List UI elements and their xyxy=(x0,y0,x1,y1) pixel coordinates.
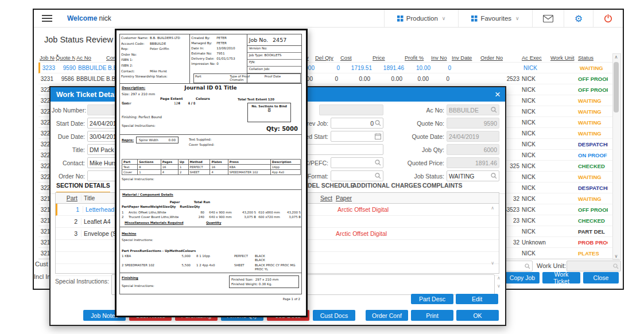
search-icon[interactable] xyxy=(375,173,381,179)
dialog-footer-button[interactable]: Order Conf xyxy=(366,310,408,321)
search-icon[interactable] xyxy=(375,120,381,126)
field-label: Start Date: xyxy=(52,120,85,127)
scroll-down-icon[interactable]: ∨ xyxy=(491,261,494,266)
dialog-tab[interactable]: DEL SCHEDULE xyxy=(308,182,354,192)
cell-status: OFF PROOF xyxy=(577,87,608,93)
field-label: Job Status: xyxy=(394,173,444,180)
dialog-tab[interactable]: ADDITIONAL CHARGES xyxy=(352,182,421,192)
field-label: Order No: xyxy=(52,173,85,180)
favourites-menu[interactable]: Favourites ∨ xyxy=(459,15,532,22)
doc-job-no: 2457 xyxy=(273,37,286,43)
scrollbar-thumb[interactable] xyxy=(614,62,619,112)
cell-status: PLATES xyxy=(577,250,608,257)
field-input[interactable] xyxy=(319,104,383,115)
scroll-down-icon[interactable]: ∨ xyxy=(613,254,619,259)
production-menu[interactable]: Production ∨ xyxy=(385,15,459,22)
cell-status: DESPATCHE xyxy=(577,185,608,191)
scroll-down-icon[interactable]: ∨ xyxy=(497,283,501,289)
menu-icon[interactable] xyxy=(42,13,52,24)
work-ticket-button[interactable]: Work Ticket xyxy=(542,272,580,283)
column-header[interactable]: Profit % xyxy=(404,55,430,61)
dialog-footer-button[interactable]: OK xyxy=(456,310,499,321)
calendar-icon[interactable] xyxy=(375,133,381,139)
cell-status: CHECKED xyxy=(577,218,608,224)
cell-status: WAITING xyxy=(577,108,608,115)
cell-status: PART DEL xyxy=(577,228,608,235)
cell-del-qty: 0 xyxy=(316,65,341,71)
cell-price: 0.00 xyxy=(371,76,404,82)
field-input[interactable]: BBBUILDE xyxy=(447,104,499,115)
copy-job-button[interactable]: Copy Job xyxy=(505,272,540,283)
screen: Welcomenick Production ∨ Favourites ∨ xyxy=(0,0,644,334)
production-label: Production xyxy=(406,15,438,22)
column-header[interactable]: Job No xyxy=(38,55,55,61)
field-input[interactable]: 24/04/2019 xyxy=(447,131,499,142)
part-desc-button[interactable]: Part Desc xyxy=(411,294,453,304)
search-icon[interactable] xyxy=(491,107,497,113)
scroll-up-icon[interactable]: ∧ xyxy=(613,55,619,60)
dialog-footer-button[interactable]: Print xyxy=(411,310,453,321)
search-icon[interactable] xyxy=(375,160,381,166)
chevron-down-icon: ∨ xyxy=(442,15,446,21)
cell-status: WAITING xyxy=(577,174,608,180)
table-scrollbar[interactable]: ∧ ∨ xyxy=(612,53,621,260)
dialog-tab[interactable]: COMPLAINTS xyxy=(422,182,462,192)
column-header[interactable]: Order No xyxy=(479,55,521,61)
cell-status: WAITING xyxy=(579,65,610,71)
cell-job-no: 3233 xyxy=(40,65,56,71)
welcome-label: Welcome xyxy=(67,14,97,22)
paper-column-header[interactable]: Paper xyxy=(332,195,499,201)
doc-material-section: Material / Component Details PartPaper N… xyxy=(120,190,301,227)
cell-status: WAITING xyxy=(577,196,608,202)
cell-ac-exec: NICK xyxy=(521,141,549,147)
cell-cost: 1719.51 xyxy=(341,65,373,71)
cell-ac-no: BBBUILDE xyxy=(75,76,105,82)
column-header[interactable]: Cost xyxy=(339,55,371,61)
cell-ac-exec: NICK xyxy=(521,207,549,213)
field-input[interactable]: 0 xyxy=(331,118,383,129)
column-header[interactable]: Work Unit xyxy=(549,55,577,61)
column-header[interactable]: Del Qty xyxy=(314,55,339,61)
cell-ac-exec: NICK xyxy=(521,174,549,180)
column-header[interactable]: Ac Exec xyxy=(521,55,549,61)
scroll-up-icon[interactable]: ∧ xyxy=(491,205,494,211)
cell-status: OFF PROOF xyxy=(577,207,608,213)
field-input[interactable]: 1891.46 xyxy=(447,157,499,168)
cell-status: CHECKED xyxy=(577,163,608,169)
customer-label-fragment: Cust xyxy=(35,261,48,267)
field-input[interactable] xyxy=(331,157,383,168)
close-button[interactable]: Close xyxy=(583,272,619,283)
field-input[interactable] xyxy=(331,170,383,181)
work-unit-input[interactable] xyxy=(567,261,621,271)
column-header[interactable]: Status xyxy=(577,55,608,61)
field-input[interactable]: 6000 xyxy=(447,144,499,155)
dialog-footer-button[interactable]: Cust Docs xyxy=(313,310,355,321)
cell-ac-exec: NICK xyxy=(521,76,549,82)
search-icon[interactable] xyxy=(491,173,497,179)
column-header[interactable]: Ac No xyxy=(75,55,105,61)
scroll-up-icon[interactable]: ∧ xyxy=(497,275,501,281)
topbar-actions: Production ∨ Favourites ∨ ⚙ xyxy=(384,10,623,27)
gear-icon[interactable]: ⚙ xyxy=(564,13,593,24)
doc-description-section: Description: Journal ID 01 Title Size: 2… xyxy=(120,84,301,135)
field-row: Quoted Price: 1891.46 xyxy=(394,156,499,169)
doc-page-number: Page 1 of 2 xyxy=(283,297,300,301)
close-icon[interactable]: × xyxy=(495,90,501,99)
column-header[interactable]: Inv No xyxy=(430,55,451,61)
power-icon[interactable] xyxy=(593,14,623,23)
mail-icon[interactable] xyxy=(533,15,564,22)
special-instructions-label: Special Instructions: xyxy=(55,278,109,285)
edit-button[interactable]: Edit xyxy=(456,294,498,304)
column-header[interactable]: Price xyxy=(371,55,404,61)
field-label: Job Number: xyxy=(52,107,85,114)
cell-ac-exec: NICK xyxy=(521,152,549,158)
doc-header-left: Customer Name:B.B. BUILDERS LTDAccount C… xyxy=(120,34,189,83)
field-input[interactable]: 9590 xyxy=(447,118,499,129)
field-input[interactable]: WAITING xyxy=(447,170,499,181)
part-column-header[interactable]: Part xyxy=(56,195,81,201)
sort-icon[interactable]: ▼ xyxy=(56,54,59,57)
dialog-tab[interactable]: SECTION DETAILS xyxy=(56,182,110,193)
field-input[interactable] xyxy=(331,131,383,142)
topbar: Welcomenick Production ∨ Favourites ∨ xyxy=(34,10,623,28)
column-header[interactable]: Inv Date xyxy=(451,55,479,61)
